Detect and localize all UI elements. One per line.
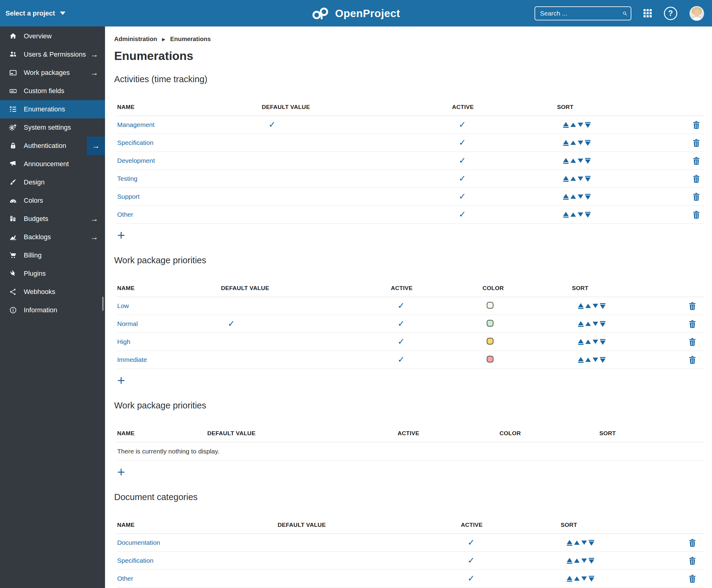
sort-bottom-button[interactable] (585, 158, 590, 164)
enumeration-name-link[interactable]: High (117, 338, 130, 345)
sort-top-button[interactable] (578, 321, 584, 327)
sidebar-item-backlogs[interactable]: Backlogs→ (0, 228, 105, 246)
sort-down-button[interactable] (593, 358, 598, 362)
enumeration-name-link[interactable]: Specification (117, 139, 153, 146)
add-enumeration-button[interactable]: + (117, 227, 125, 244)
sort-down-button[interactable] (578, 141, 583, 145)
delete-button[interactable] (692, 157, 700, 165)
sidebar-item-information[interactable]: Information (0, 301, 105, 319)
enumeration-name-link[interactable]: Testing (117, 175, 138, 182)
expand-arrow-icon[interactable]: → (90, 69, 98, 77)
sort-top-button[interactable] (563, 194, 569, 200)
enumeration-name-link[interactable]: Documentation (117, 539, 160, 546)
sort-top-button[interactable] (567, 576, 572, 582)
sidebar-item-overview[interactable]: Overview (0, 27, 105, 45)
sort-bottom-button[interactable] (600, 339, 605, 345)
sidebar-item-budgets[interactable]: Budgets→ (0, 210, 105, 228)
sidebar-item-webhooks[interactable]: Webhooks (0, 283, 105, 301)
sort-down-button[interactable] (578, 176, 583, 181)
sort-bottom-button[interactable] (600, 357, 605, 363)
sort-bottom-button[interactable] (585, 212, 590, 217)
help-button[interactable]: ? (664, 7, 677, 20)
sort-top-button[interactable] (578, 303, 584, 309)
sort-up-button[interactable] (570, 212, 576, 217)
enumeration-name-link[interactable]: Development (117, 157, 155, 164)
sort-top-button[interactable] (563, 140, 569, 146)
sidebar-item-colors[interactable]: Colors (0, 191, 105, 210)
delete-button[interactable] (689, 574, 696, 583)
sort-down-button[interactable] (593, 322, 598, 326)
expand-arrow-icon[interactable]: → (87, 136, 105, 155)
sort-down-button[interactable] (581, 576, 587, 581)
sort-up-button[interactable] (574, 576, 580, 581)
sort-up-button[interactable] (574, 559, 580, 563)
delete-button[interactable] (689, 302, 696, 310)
expand-arrow-icon[interactable]: → (90, 215, 98, 223)
sidebar-item-design[interactable]: Design (0, 173, 105, 191)
delete-button[interactable] (689, 356, 696, 364)
sort-top-button[interactable] (563, 176, 569, 182)
sidebar-item-system-settings[interactable]: System settings (0, 119, 105, 136)
sort-up-button[interactable] (585, 304, 591, 308)
apps-grid-icon[interactable] (644, 9, 652, 17)
sort-up-button[interactable] (570, 176, 576, 181)
sort-bottom-button[interactable] (589, 576, 594, 582)
delete-button[interactable] (689, 320, 696, 328)
expand-arrow-icon[interactable]: → (90, 233, 98, 241)
sort-down-button[interactable] (578, 159, 583, 163)
sort-top-button[interactable] (563, 158, 569, 164)
sort-bottom-button[interactable] (585, 140, 590, 146)
sort-top-button[interactable] (567, 540, 572, 546)
sort-down-button[interactable] (581, 559, 587, 563)
sort-down-button[interactable] (578, 212, 583, 217)
sort-top-button[interactable] (578, 339, 584, 345)
enumeration-name-link[interactable]: Immediate (117, 356, 147, 363)
sort-down-button[interactable] (593, 340, 598, 344)
sort-bottom-button[interactable] (600, 321, 605, 327)
project-selector-button[interactable]: Select a project (0, 0, 71, 26)
enumeration-name-link[interactable]: Support (117, 193, 140, 200)
enumeration-name-link[interactable]: Normal (117, 320, 138, 327)
search-icon[interactable] (623, 9, 627, 18)
sort-down-button[interactable] (578, 194, 583, 199)
add-enumeration-button[interactable]: + (117, 372, 125, 389)
expand-arrow-icon[interactable]: → (90, 50, 98, 59)
sidebar-item-work-packages[interactable]: Work packages→ (0, 64, 105, 82)
openproject-logo[interactable]: OpenProject (312, 0, 400, 26)
sort-down-button[interactable] (593, 304, 598, 308)
sidebar-item-custom-fields[interactable]: abcCustom fields (0, 82, 105, 100)
sort-bottom-button[interactable] (600, 303, 605, 309)
delete-button[interactable] (689, 338, 696, 346)
enumeration-name-link[interactable]: Low (117, 302, 129, 309)
sort-up-button[interactable] (570, 194, 576, 199)
delete-button[interactable] (689, 539, 696, 547)
sidebar-item-billing[interactable]: Billing (0, 246, 105, 265)
sort-bottom-button[interactable] (589, 540, 594, 546)
sidebar-item-users-permissions[interactable]: Users & Permissions→ (0, 45, 105, 64)
delete-button[interactable] (692, 121, 700, 129)
enumeration-name-link[interactable]: Management (117, 121, 155, 128)
add-enumeration-button[interactable]: + (117, 463, 125, 481)
delete-button[interactable] (689, 556, 696, 565)
breadcrumb-administration[interactable]: Administration (114, 36, 157, 43)
sort-bottom-button[interactable] (585, 176, 590, 182)
sort-bottom-button[interactable] (585, 194, 590, 200)
sort-up-button[interactable] (574, 541, 580, 545)
user-avatar[interactable] (689, 6, 704, 21)
sort-down-button[interactable] (578, 123, 583, 127)
sort-top-button[interactable] (578, 357, 584, 363)
sort-up-button[interactable] (585, 358, 591, 362)
search-input[interactable] (540, 10, 623, 17)
sidebar-item-authentication[interactable]: Authentication→ (0, 136, 105, 155)
sort-down-button[interactable] (581, 541, 587, 545)
sort-top-button[interactable] (563, 212, 569, 217)
sidebar-item-plugins[interactable]: Plugins (0, 265, 105, 283)
sort-bottom-button[interactable] (589, 558, 594, 564)
sidebar-scrollbar[interactable] (102, 297, 104, 311)
sort-top-button[interactable] (563, 122, 569, 128)
enumeration-name-link[interactable]: Other (117, 211, 133, 218)
delete-button[interactable] (692, 139, 700, 147)
delete-button[interactable] (692, 193, 700, 201)
sort-top-button[interactable] (567, 558, 572, 564)
sort-up-button[interactable] (585, 322, 591, 326)
